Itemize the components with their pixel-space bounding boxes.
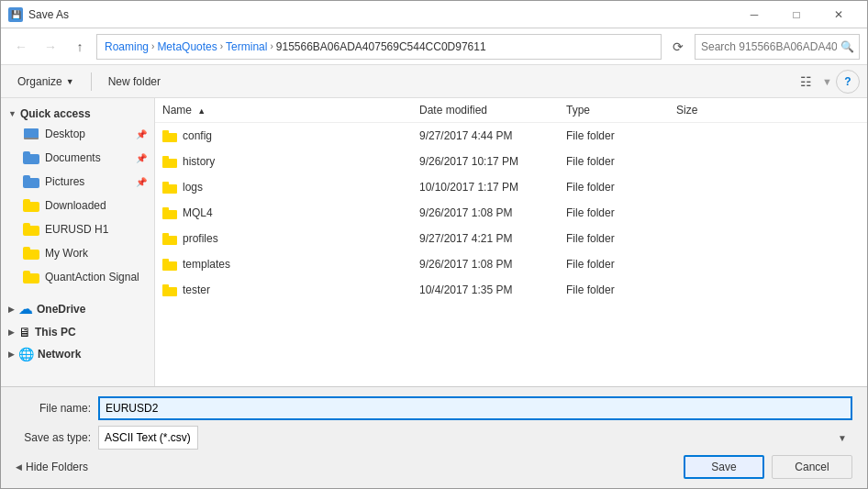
- file-type-cell: File folder: [559, 258, 669, 271]
- file-name-cell: tester: [155, 283, 412, 296]
- back-button[interactable]: ←: [8, 34, 34, 60]
- quick-access-chevron-icon: ▼: [8, 109, 17, 118]
- file-type-cell: File folder: [559, 181, 669, 194]
- folder-icon: [162, 259, 177, 271]
- file-date-cell: 9/27/2017 4:21 PM: [412, 232, 559, 245]
- file-name-text: logs: [183, 181, 203, 194]
- file-name-text: MQL4: [183, 206, 213, 219]
- file-date-cell: 9/26/2017 10:17 PM: [412, 155, 559, 168]
- sidebar-section-this-pc[interactable]: ▶ 🖥 This PC: [1, 319, 154, 341]
- file-name-text: profiles: [183, 232, 218, 245]
- eurusd-folder-icon: [23, 222, 39, 237]
- network-chevron-icon: ▶: [8, 350, 15, 359]
- minimize-button[interactable]: ─: [733, 1, 775, 28]
- column-type[interactable]: Type: [559, 102, 669, 118]
- sidebar-item-quantaction[interactable]: QuantAction Signal: [1, 265, 154, 289]
- address-bar: ← → ↑ Roaming › MetaQuotes › Terminal › …: [1, 28, 867, 65]
- hide-folders-toggle[interactable]: ◀ Hide Folders: [16, 461, 88, 473]
- sidebar-item-my-work[interactable]: My Work: [1, 241, 154, 265]
- file-type-cell: File folder: [559, 283, 669, 296]
- file-type-cell: File folder: [559, 232, 669, 245]
- view-separator: ▼: [822, 76, 832, 87]
- file-name-text: tester: [183, 283, 210, 296]
- file-type-cell: File folder: [559, 206, 669, 219]
- filename-label: File name:: [16, 402, 98, 415]
- search-wrapper: 🔍: [695, 34, 860, 60]
- sidebar-item-documents[interactable]: Documents 📌: [1, 146, 154, 170]
- save-button[interactable]: Save: [684, 455, 764, 479]
- file-type-cell: File folder: [559, 155, 669, 168]
- sidebar-item-label: My Work: [45, 247, 147, 260]
- column-size[interactable]: Size: [669, 102, 742, 118]
- folder-icon: [162, 156, 177, 168]
- desktop-icon: [23, 127, 39, 141]
- close-button[interactable]: ✕: [818, 1, 860, 28]
- sidebar-item-pictures[interactable]: Pictures 📌: [1, 170, 154, 194]
- breadcrumb-roaming[interactable]: Roaming: [105, 40, 149, 53]
- file-name-cell: MQL4: [155, 206, 412, 219]
- pictures-folder-icon: [23, 174, 39, 189]
- table-row[interactable]: config 9/27/2017 4:44 PM File folder: [155, 123, 867, 149]
- sidebar-section-network[interactable]: ▶ 🌐 Network: [1, 341, 154, 363]
- onedrive-icon: ☁: [18, 300, 33, 317]
- sidebar-item-label: EURUSD H1: [45, 223, 147, 236]
- sidebar-item-downloaded[interactable]: Downloaded: [1, 194, 154, 217]
- network-label: Network: [38, 348, 81, 361]
- organize-button[interactable]: Organize ▼: [8, 70, 83, 94]
- folder-icon: [162, 207, 177, 219]
- maximize-button[interactable]: □: [775, 1, 818, 28]
- pin-icon: 📌: [136, 129, 147, 139]
- quantaction-folder-icon: [23, 270, 39, 284]
- table-row[interactable]: templates 9/26/2017 1:08 PM File folder: [155, 251, 867, 277]
- toolbar-right: ☷ ▼ ?: [793, 70, 860, 94]
- new-folder-button[interactable]: New folder: [99, 70, 170, 94]
- filetype-select-wrapper: ASCII Text (*.csv)CSV (*.csv)All Files (…: [98, 426, 852, 450]
- file-date-cell: 10/4/2017 1:35 PM: [412, 283, 559, 296]
- folder-icon: [162, 284, 177, 296]
- file-name-cell: config: [155, 129, 412, 142]
- table-row[interactable]: tester 10/4/2017 1:35 PM File folder: [155, 277, 867, 303]
- column-date[interactable]: Date modified: [412, 102, 559, 118]
- table-row[interactable]: MQL4 9/26/2017 1:08 PM File folder: [155, 200, 867, 226]
- refresh-button[interactable]: ⟳: [665, 34, 691, 60]
- toolbar-separator: [91, 72, 92, 91]
- organize-arrow-icon: ▼: [66, 77, 74, 86]
- cancel-button[interactable]: Cancel: [772, 455, 852, 479]
- file-name-text: templates: [183, 258, 230, 271]
- filetype-label: Save as type:: [16, 431, 98, 444]
- sidebar-item-label: QuantAction Signal: [45, 271, 147, 283]
- breadcrumb[interactable]: Roaming › MetaQuotes › Terminal › 915566…: [96, 34, 662, 60]
- this-pc-chevron-icon: ▶: [8, 328, 15, 337]
- filename-input[interactable]: [98, 396, 852, 420]
- sidebar-item-eurusd-h1[interactable]: EURUSD H1: [1, 217, 154, 241]
- breadcrumb-terminal[interactable]: Terminal: [226, 40, 267, 53]
- title-bar: 💾 Save As ─ □ ✕: [1, 1, 867, 28]
- folder-icon: [162, 233, 177, 245]
- breadcrumb-metaquotes[interactable]: MetaQuotes: [157, 40, 217, 53]
- forward-button[interactable]: →: [38, 34, 63, 60]
- file-date-cell: 9/27/2017 4:44 PM: [412, 129, 559, 142]
- sidebar-section-quick-access[interactable]: ▼ Quick access: [1, 102, 154, 122]
- onedrive-label: OneDrive: [37, 303, 85, 316]
- file-name-cell: logs: [155, 181, 412, 194]
- table-row[interactable]: profiles 9/27/2017 4:21 PM File folder: [155, 226, 867, 251]
- table-row[interactable]: history 9/26/2017 10:17 PM File folder: [155, 149, 867, 174]
- help-button[interactable]: ?: [836, 70, 860, 94]
- this-pc-icon: 🖥: [18, 325, 31, 339]
- file-list: Name ▲ Date modified Type Size config: [155, 98, 867, 386]
- button-row: ◀ Hide Folders Save Cancel: [16, 455, 852, 479]
- save-as-dialog: 💾 Save As ─ □ ✕ ← → ↑ Roaming › MetaQuot…: [0, 0, 868, 489]
- window-controls: ─ □ ✕: [733, 1, 860, 28]
- file-list-header: Name ▲ Date modified Type Size: [155, 98, 867, 123]
- sidebar-section-onedrive[interactable]: ▶ ☁ OneDrive: [1, 295, 154, 319]
- sidebar-item-desktop[interactable]: Desktop 📌: [1, 122, 154, 146]
- file-type-cell: File folder: [559, 129, 669, 142]
- up-button[interactable]: ↑: [67, 34, 93, 60]
- view-button[interactable]: ☷: [793, 70, 818, 94]
- table-row[interactable]: logs 10/10/2017 1:17 PM File folder: [155, 174, 867, 200]
- window-icon: 💾: [8, 7, 23, 22]
- search-input[interactable]: [695, 34, 860, 60]
- filetype-select[interactable]: ASCII Text (*.csv)CSV (*.csv)All Files (…: [98, 426, 198, 450]
- select-arrow-icon: ▼: [838, 433, 847, 443]
- column-name[interactable]: Name ▲: [155, 102, 412, 118]
